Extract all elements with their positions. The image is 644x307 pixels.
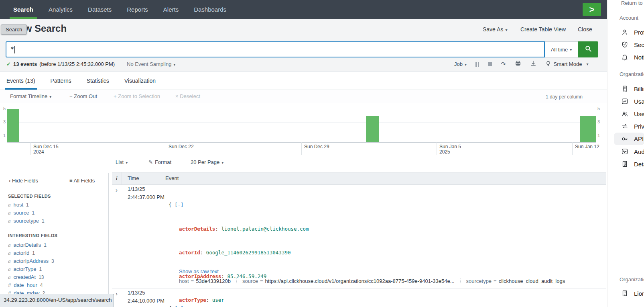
- all-fields-button[interactable]: ≡ All Fields: [69, 178, 95, 184]
- activity-icon: [621, 148, 628, 155]
- nav-item-alerts[interactable]: Alerts: [156, 0, 186, 19]
- panel-item-security[interactable]: Security: [621, 41, 644, 48]
- return-link[interactable]: Return to: [621, 0, 642, 6]
- field-item-actoripaddress[interactable]: aactorIpAddress3: [8, 258, 54, 264]
- panel-item-audit[interactable]: Audit: [621, 148, 644, 155]
- list-view-dropdown[interactable]: List▾: [116, 159, 128, 165]
- print-icon[interactable]: [515, 60, 521, 68]
- time-range-picker[interactable]: All time ▾: [545, 41, 578, 57]
- histogram-bar[interactable]: [580, 116, 596, 142]
- histogram-bar[interactable]: [366, 116, 379, 142]
- tab-patterns[interactable]: Patterns: [49, 72, 73, 90]
- collapse-json-link[interactable]: [-]: [175, 305, 184, 307]
- x-tick-label: Sun Dec 22: [169, 144, 194, 149]
- nav-item-search[interactable]: Search: [6, 0, 41, 19]
- y-tick-left: 1: [1, 133, 6, 138]
- zoom-to-selection-button[interactable]: + Zoom to Selection: [114, 93, 160, 99]
- field-item-date-hour[interactable]: #date_hour4: [8, 282, 43, 288]
- receipt-icon: [621, 85, 628, 92]
- meta-value-source[interactable]: https://api.clickhouse.cloud/v1/organiza…: [265, 278, 455, 284]
- panel-item-usage[interactable]: Usage: [621, 98, 644, 105]
- per-page-dropdown[interactable]: 20 Per Page▾: [191, 159, 223, 165]
- stop-icon[interactable]: [488, 62, 492, 66]
- x-tick-sublabel: 2024: [33, 149, 44, 155]
- event-time: 2:44:37.000 PM: [128, 194, 165, 200]
- y-tick-right: 3: [597, 119, 602, 124]
- nav-item-analytics[interactable]: Analytics: [41, 0, 80, 19]
- meta-key: host: [179, 278, 189, 284]
- chart-icon: [621, 98, 628, 105]
- job-menu[interactable]: Job▾: [454, 61, 467, 67]
- building-icon: [621, 160, 628, 168]
- hide-fields-button[interactable]: ‹ Hide Fields: [9, 178, 38, 184]
- field-item-sourcetype[interactable]: asourcetype1: [8, 218, 45, 224]
- meta-value-sourcetype[interactable]: clickhouse_cloud_audit_logs: [499, 278, 565, 284]
- smart-mode-dropdown[interactable]: Smart Mode▾: [545, 61, 589, 68]
- x-tick-mark: [30, 142, 31, 155]
- x-tick-label: Sun Dec 29: [304, 144, 329, 149]
- search-icon: [584, 45, 592, 54]
- nav-item-reports[interactable]: Reports: [119, 0, 156, 19]
- divider: [160, 172, 160, 185]
- search-submit-button[interactable]: [578, 41, 598, 57]
- deselect-button[interactable]: × Deselect: [175, 93, 200, 99]
- panel-item-notifications[interactable]: Notifications: [621, 53, 644, 61]
- chevron-down-icon: ▾: [505, 28, 507, 32]
- format-results-button[interactable]: ✎Format: [148, 159, 171, 165]
- x-tick-mark: [166, 142, 166, 155]
- event-sampling-dropdown[interactable]: No Event Sampling▾: [127, 61, 175, 67]
- tab-events[interactable]: Events (13): [5, 72, 37, 90]
- tab-visualization[interactable]: Visualization: [123, 72, 157, 90]
- collapse-json-link[interactable]: [-]: [175, 202, 184, 208]
- save-as-button[interactable]: Save As▾: [483, 26, 507, 33]
- expand-event-icon[interactable]: ›: [116, 186, 118, 193]
- bulb-icon: [545, 61, 551, 68]
- chevron-down-icon: ▾: [570, 47, 572, 52]
- expand-event-icon[interactable]: ›: [116, 290, 118, 297]
- json-key[interactable]: actorDetails: [179, 226, 215, 232]
- nav-item-dashboards[interactable]: Dashboards: [186, 0, 234, 19]
- panel-item-profile[interactable]: Profile: [621, 29, 644, 36]
- json-value[interactable]: Google_114602629918513043390: [206, 250, 291, 256]
- splunk-window: Search Analytics Datasets Reports Alerts…: [0, 0, 607, 307]
- json-value[interactable]: lionel.palacin@clickhouse.com: [221, 226, 309, 232]
- events-table-header: [112, 172, 606, 185]
- y-tick-left: 3: [1, 119, 6, 124]
- panel-item-billing[interactable]: Billing: [621, 85, 644, 92]
- field-item-actordetails[interactable]: aactorDetails1: [8, 242, 47, 248]
- timeline-scale-note: 1 day per column: [502, 94, 583, 100]
- zoom-out-button[interactable]: − Zoom Out: [69, 93, 97, 99]
- chevron-down-icon: ▾: [586, 62, 588, 66]
- field-item-actortype[interactable]: aactorType1: [8, 266, 42, 272]
- format-timeline-dropdown[interactable]: Format Timeline▾: [10, 93, 51, 99]
- x-tick-mark: [437, 142, 437, 155]
- histogram-bar[interactable]: [7, 109, 19, 142]
- pause-icon[interactable]: [475, 62, 479, 67]
- json-key[interactable]: actorId: [179, 250, 200, 256]
- panel-item-details[interactable]: Details: [621, 160, 644, 168]
- panel-item-private-endpoints[interactable]: Private: [621, 123, 644, 130]
- panel-item-organization-lionel[interactable]: Lionel: [621, 290, 644, 297]
- panel-item-users[interactable]: Users: [621, 110, 644, 117]
- list-icon: ≡: [69, 178, 73, 184]
- field-item-source[interactable]: asource1: [8, 210, 35, 216]
- create-table-view-button[interactable]: Create Table View: [520, 26, 566, 33]
- field-item-actorid[interactable]: aactorId1: [8, 250, 35, 256]
- field-item-host[interactable]: ahost1: [8, 202, 29, 208]
- export-icon[interactable]: [530, 60, 536, 68]
- meta-value-host[interactable]: 53de4339120b: [196, 278, 231, 284]
- field-item-createdat[interactable]: acreatedAt13: [8, 274, 44, 280]
- event-time: 2:44:10.000 PM: [128, 298, 165, 304]
- share-icon[interactable]: ↷: [501, 61, 506, 68]
- splunk-logo-icon[interactable]: >: [583, 3, 601, 16]
- chevron-down-icon: ▾: [221, 160, 223, 165]
- check-icon: ✓: [6, 61, 11, 67]
- search-input[interactable]: *: [6, 41, 545, 57]
- panel-item-api-keys[interactable]: API keys: [621, 135, 644, 142]
- person-icon: [621, 29, 628, 36]
- close-button[interactable]: Close: [578, 26, 592, 33]
- time-column-header: Time: [128, 175, 139, 181]
- show-raw-text-link[interactable]: Show as raw text: [179, 268, 219, 274]
- nav-item-datasets[interactable]: Datasets: [80, 0, 119, 19]
- tab-statistics[interactable]: Statistics: [85, 72, 111, 90]
